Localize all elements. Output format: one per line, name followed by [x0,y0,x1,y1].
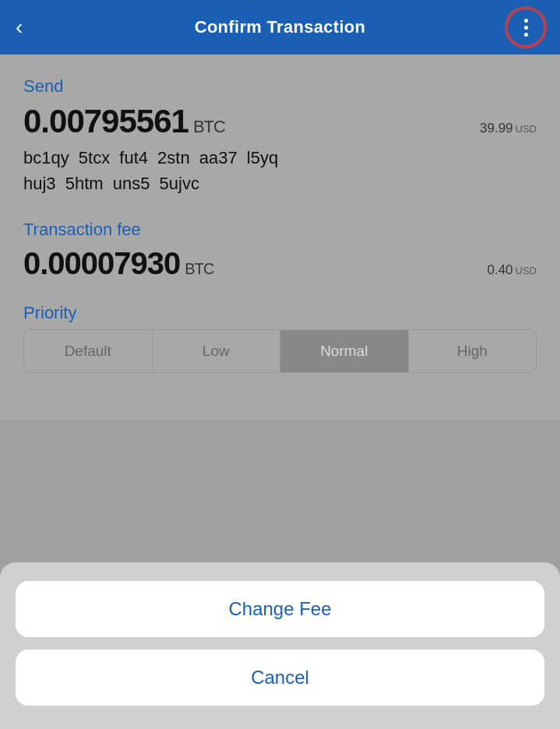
send-label: Send [23,76,537,97]
cancel-button[interactable]: Cancel [16,650,544,706]
send-section: Send 0.00795561BTC 39.99USD bc1qy 5tcx f… [23,76,537,196]
fee-usd-value: 0.40USD [487,262,537,278]
content-area: Send 0.00795561BTC 39.99USD bc1qy 5tcx f… [0,55,560,420]
send-address: bc1qy 5tcx fut4 2stn aa37 l5yqhuj3 5htm … [23,145,537,196]
page-title: Confirm Transaction [195,17,366,37]
send-usd-value: 39.99USD [480,121,537,136]
header: ‹ Confirm Transaction [0,0,560,55]
more-vertical-icon [524,19,528,37]
priority-default[interactable]: Default [24,330,153,372]
priority-selector: Default Low Normal High [23,329,537,373]
priority-section: Priority Default Low Normal High [23,303,537,373]
send-amount: 0.00795561BTC [23,103,225,140]
fee-label: Transaction fee [23,220,537,240]
fee-amount: 0.00007930BTC [23,246,213,281]
priority-label: Priority [23,303,537,323]
priority-normal[interactable]: Normal [280,330,409,372]
send-amount-row: 0.00795561BTC 39.99USD [23,103,537,140]
fee-section: Transaction fee 0.00007930BTC 0.40USD [23,220,537,281]
change-fee-button[interactable]: Change Fee [16,581,544,637]
menu-button[interactable] [505,7,546,48]
back-button[interactable]: ‹ [16,16,23,38]
priority-low[interactable]: Low [153,330,281,372]
priority-high[interactable]: High [409,330,537,372]
bottom-sheet: Change Fee Cancel [0,562,560,729]
fee-amount-row: 0.00007930BTC 0.40USD [23,246,537,281]
